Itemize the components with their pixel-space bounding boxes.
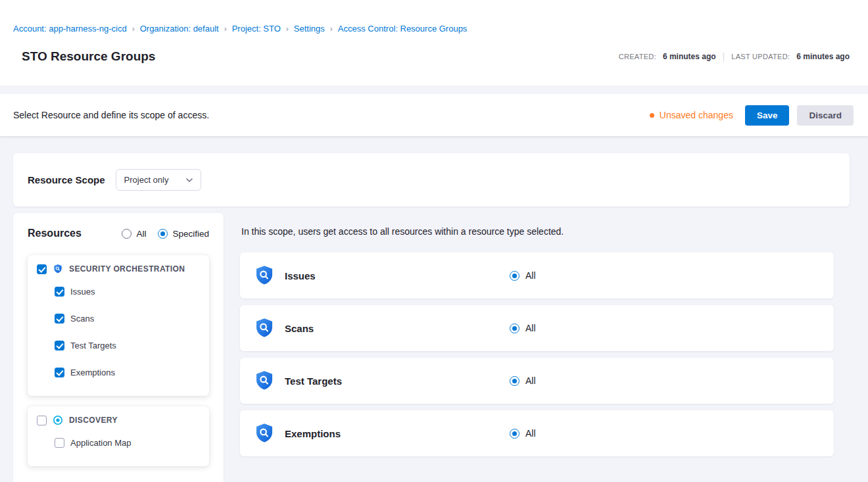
radio-icon[interactable] [158,229,168,239]
breadcrumb-organization[interactable]: Organization: default [140,24,219,34]
last-updated-value: 6 minutes ago [796,52,850,61]
toolbar-description: Select Resource and define its scope of … [13,110,650,120]
discovery-checkbox[interactable] [37,416,47,425]
main-content: Resource Scope Project only Resources Al… [0,136,868,482]
security-orchestration-checkbox[interactable] [37,264,47,274]
resource-group-discovery: DISCOVERY Application Map [28,406,209,466]
item-label: Test Targets [70,341,116,350]
timestamps: CREATED: 6 minutes ago | LAST UPDATED: 6… [619,51,850,62]
meta-divider: | [723,51,725,62]
resource-item-test-targets[interactable]: Test Targets [37,332,200,359]
item-label: Scans [70,314,94,324]
group-name: DISCOVERY [69,416,118,425]
access-all-option[interactable]: All [510,323,536,333]
access-all-label: All [525,428,536,439]
resource-row-issues: Issues All [240,253,834,299]
created-label: CREATED: [619,53,656,60]
save-button[interactable]: Save [745,105,790,126]
resource-item-scans[interactable]: Scans [37,305,200,332]
breadcrumb-settings[interactable]: Settings [294,24,325,34]
resources-specified-radio[interactable]: Specified [158,229,209,239]
radio-icon[interactable] [510,271,519,281]
access-description: In this scope, users get access to all r… [241,226,834,237]
breadcrumb: Account: app-harness-ng-cicd › Organizat… [13,24,850,34]
chevron-right-icon: › [224,24,227,34]
radio-icon[interactable] [510,429,519,439]
resource-row-test-targets: Test Targets All [240,358,834,404]
resource-scope-label: Resource Scope [28,174,105,185]
access-all-option[interactable]: All [510,270,536,281]
resource-item-application-map[interactable]: Application Map [37,429,200,456]
radio-icon[interactable] [510,376,519,386]
sto-shield-icon [253,317,276,339]
resource-item-issues[interactable]: Issues [37,278,200,305]
resource-item-exemptions[interactable]: Exemptions [37,359,200,386]
access-all-label: All [525,323,536,333]
page-header: Account: app-harness-ng-cicd › Organizat… [0,0,868,85]
application-map-checkbox[interactable] [55,438,64,448]
resource-scope-card: Resource Scope Project only [13,153,850,206]
chevron-right-icon: › [132,24,135,34]
item-label: Issues [70,287,95,297]
item-label: Application Map [70,438,132,448]
access-all-label: All [525,270,536,281]
exemptions-checkbox[interactable] [55,368,64,377]
resources-title: Resources [28,228,122,239]
issues-checkbox[interactable] [55,287,64,297]
sto-shield-icon [253,264,276,287]
group-name: SECURITY ORCHESTRATION [69,264,185,274]
resource-scope-dropdown[interactable]: Project only [116,169,201,191]
sto-shield-icon [53,264,63,274]
resource-row-scans: Scans All [240,305,834,351]
access-all-label: All [525,375,536,386]
radio-icon[interactable] [510,324,519,333]
sto-shield-icon [253,370,276,392]
row-label: Issues [285,270,510,281]
chevron-down-icon [186,178,193,182]
breadcrumb-access-control[interactable]: Access Control: Resource Groups [338,24,468,34]
row-label: Exemptions [285,428,510,439]
chevron-right-icon: › [330,24,333,34]
action-toolbar: Select Resource and define its scope of … [0,94,868,136]
unsaved-dot-icon [650,113,654,118]
access-all-option[interactable]: All [510,428,536,439]
created-value: 6 minutes ago [663,52,716,61]
discard-button[interactable]: Discard [797,105,854,126]
resource-group-security-orchestration: SECURITY ORCHESTRATION Issues Scans Test… [28,255,209,396]
unsaved-changes-badge: Unsaved changes [650,110,733,120]
item-label: Exemptions [70,368,115,377]
breadcrumb-account[interactable]: Account: app-harness-ng-cicd [13,24,127,34]
access-all-option[interactable]: All [510,375,536,386]
discovery-icon [53,415,63,425]
resource-scope-selected-value: Project only [124,175,169,185]
scans-checkbox[interactable] [55,314,64,324]
last-updated-label: LAST UPDATED: [731,53,790,60]
resources-all-radio[interactable]: All [122,229,146,239]
page-title: STO Resource Groups [22,49,619,64]
chevron-right-icon: › [286,24,289,34]
radio-icon[interactable] [122,229,132,239]
access-panel: In this scope, users get access to all r… [240,213,850,463]
row-label: Scans [285,323,510,334]
unsaved-changes-label: Unsaved changes [660,110,733,120]
row-label: Test Targets [285,375,510,387]
breadcrumb-project[interactable]: Project: STO [232,24,281,34]
resource-row-exemptions: Exemptions All [240,410,834,456]
sto-shield-icon [253,422,276,445]
resources-panel: Resources All Specified [13,213,224,482]
resources-specified-label: Specified [172,229,209,239]
resources-all-label: All [136,229,146,239]
test-targets-checkbox[interactable] [55,341,64,350]
